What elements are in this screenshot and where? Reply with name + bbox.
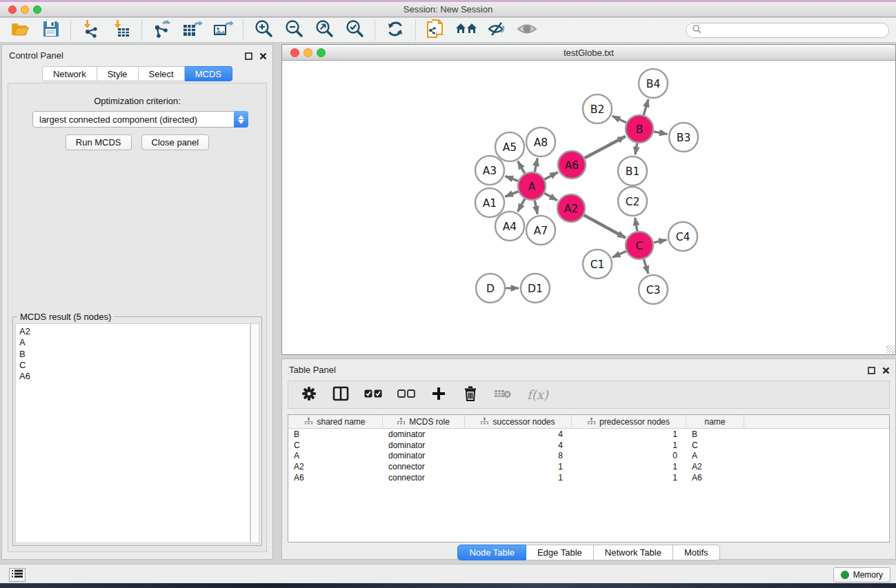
tab-network[interactable]: Network	[42, 66, 97, 81]
column-header-successor-nodes[interactable]: successor nodes	[465, 415, 572, 429]
node-C1[interactable]: C1	[583, 250, 612, 278]
node-A6[interactable]: A6	[558, 151, 586, 179]
table-cell[interactable]: A2	[288, 462, 383, 472]
settings-gear-button[interactable]	[301, 386, 317, 404]
delete-table-button[interactable]	[494, 386, 512, 404]
mcds-result-item[interactable]: A2	[19, 326, 246, 337]
show-column-button[interactable]	[332, 386, 349, 404]
table-cell[interactable]: B	[288, 429, 383, 439]
node-B3[interactable]: B3	[669, 123, 698, 152]
import-table-button[interactable]	[111, 20, 132, 41]
node-D[interactable]: D	[476, 274, 505, 303]
edge-A-A8[interactable]	[535, 159, 537, 172]
edge-B-B2[interactable]	[613, 116, 626, 123]
node-C4[interactable]: C4	[668, 222, 697, 251]
table-cell[interactable]: dominator	[383, 429, 465, 439]
delete-rows-button[interactable]	[462, 386, 479, 404]
close-panel-icon[interactable]	[259, 50, 267, 63]
edge-A2-C[interactable]	[584, 215, 625, 238]
table-cell[interactable]: 1	[572, 473, 686, 483]
criterion-select[interactable]: largest connected component (directed)	[32, 111, 248, 128]
edge-B-B1[interactable]	[635, 143, 637, 155]
node-C3[interactable]: C3	[639, 275, 668, 304]
table-cell[interactable]: connector	[383, 473, 465, 483]
open-file-button[interactable]	[10, 20, 30, 41]
table-cell[interactable]: C	[288, 440, 383, 450]
tab-style[interactable]: Style	[97, 66, 139, 81]
close-panel-button[interactable]: Close panel	[141, 134, 210, 150]
table-cell[interactable]: A6	[288, 473, 383, 483]
column-header-shared-name[interactable]: shared name	[288, 415, 383, 429]
frame-resize-handle[interactable]	[886, 345, 895, 354]
zoom-selected-button[interactable]	[344, 20, 365, 41]
table-row[interactable]: A2connector11A2	[288, 461, 889, 472]
table-cell[interactable]: 1	[572, 462, 686, 472]
table-cell[interactable]: 1	[465, 462, 572, 472]
table-cell[interactable]: A2	[686, 462, 744, 472]
edge-A-A5[interactable]	[518, 161, 525, 174]
edge-A-A2[interactable]	[544, 193, 557, 200]
node-A5[interactable]: A5	[495, 132, 524, 161]
table-row[interactable]: A6connector11A6	[288, 472, 889, 483]
tab-motifs[interactable]: Motifs	[673, 545, 720, 560]
node-A3[interactable]: A3	[475, 156, 504, 185]
column-header-name[interactable]: name	[686, 415, 744, 429]
node-A1[interactable]: A1	[475, 188, 504, 217]
export-network-button[interactable]	[152, 20, 172, 41]
table-cell[interactable]: 1	[572, 429, 686, 439]
edge-A6-B[interactable]	[585, 136, 626, 158]
home-network-overview-button[interactable]	[456, 20, 477, 41]
table-cell[interactable]: 1	[465, 473, 572, 483]
table-cell[interactable]: dominator	[383, 440, 465, 450]
table-cell[interactable]: 0	[572, 451, 686, 460]
node-D1[interactable]: D1	[521, 274, 550, 303]
edge-B-B4[interactable]	[644, 99, 648, 115]
save-session-button[interactable]	[40, 20, 61, 41]
column-header-MCDS-role[interactable]: MCDS role	[383, 415, 465, 429]
edge-A-A1[interactable]	[505, 192, 518, 197]
export-image-button[interactable]	[212, 20, 233, 41]
node-A7[interactable]: A7	[526, 216, 555, 245]
import-network-button[interactable]	[81, 20, 101, 41]
node-B[interactable]: B	[626, 115, 653, 143]
float-panel-icon[interactable]	[868, 365, 875, 377]
node-A2[interactable]: A2	[557, 194, 585, 222]
select-all-button[interactable]	[364, 386, 382, 404]
table-cell[interactable]: dominator	[383, 451, 465, 460]
edge-A-A7[interactable]	[535, 201, 537, 214]
tab-node-table[interactable]: Node Table	[457, 545, 526, 560]
node-C[interactable]: C	[626, 232, 653, 259]
table-cell[interactable]: 4	[465, 440, 572, 450]
table-row[interactable]: Cdominator41C	[288, 440, 889, 451]
edge-A-A6[interactable]	[545, 172, 558, 179]
mcds-result-scrollbar[interactable]	[250, 323, 259, 543]
table-cell[interactable]: connector	[383, 462, 465, 472]
node-B4[interactable]: B4	[639, 69, 668, 98]
show-hide-eye-button[interactable]	[517, 20, 537, 41]
mcds-result-item[interactable]: B	[19, 349, 246, 360]
tab-select[interactable]: Select	[139, 66, 185, 81]
table-cell[interactable]: 8	[465, 451, 572, 460]
zoom-fit-button[interactable]	[314, 20, 335, 41]
table-cell[interactable]: C	[686, 440, 744, 450]
mcds-result-item[interactable]: A	[19, 337, 246, 348]
function-builder-button[interactable]: f(x)	[527, 386, 548, 404]
tab-network-table[interactable]: Network Table	[594, 545, 673, 560]
table-cell[interactable]: A	[686, 451, 744, 460]
hide-graphics-details-button[interactable]	[486, 20, 507, 41]
network-canvas[interactable]: B4B2BB3A8A5A6A3B1AC2A1A2A4A7C4CC1C3DD1	[282, 61, 895, 354]
new-network-from-file-button[interactable]	[426, 20, 446, 41]
edge-C-C4[interactable]	[654, 240, 667, 243]
column-header-predecessor-nodes[interactable]: predecessor nodes	[572, 415, 686, 429]
edge-A-A3[interactable]	[506, 176, 519, 181]
mcds-result-item[interactable]: C	[19, 360, 246, 371]
node-C2[interactable]: C2	[618, 187, 647, 216]
table-cell[interactable]: A6	[686, 473, 744, 483]
task-history-button[interactable]	[9, 568, 26, 582]
zoom-out-button[interactable]	[283, 20, 304, 41]
add-row-button[interactable]	[430, 386, 447, 404]
node-A8[interactable]: A8	[526, 128, 555, 156]
memory-button[interactable]: Memory	[833, 567, 890, 582]
mcds-result-list[interactable]: A2ABCA6	[15, 323, 250, 543]
node-A4[interactable]: A4	[495, 212, 524, 241]
